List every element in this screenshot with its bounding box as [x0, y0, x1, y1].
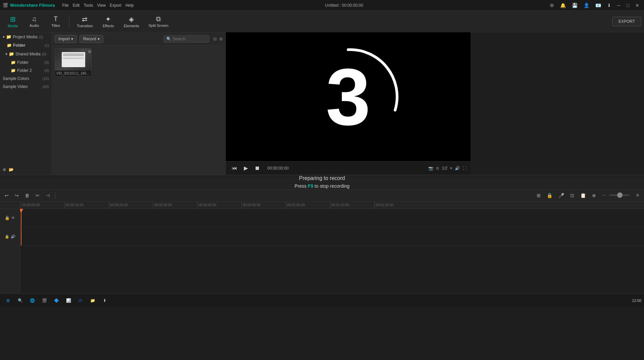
- timeline-btn-r1[interactable]: ⊞: [535, 192, 543, 199]
- sample-colors-item[interactable]: Sample Colors (15): [0, 75, 52, 83]
- redo-button[interactable]: ↪: [13, 192, 21, 199]
- effects-icon: ✦: [105, 15, 111, 23]
- taskbar: ⊞ 🔍 🌐 🎬 🔷 📊 W 📁 ⬇ 12:00: [0, 294, 644, 307]
- prev-frame-button[interactable]: ⏮: [230, 165, 239, 172]
- preview-time-display: 00:00:00:00: [267, 166, 288, 171]
- add-folder-icon[interactable]: ⊕: [3, 167, 6, 172]
- undo-button[interactable]: ↩: [3, 192, 11, 199]
- preview-controls: ⏮ ▶ ⏹ 00:00:00:00 📷 ⧉ 1/2 ▾ 🔊 ⛶: [226, 161, 471, 175]
- menu-export[interactable]: Export: [110, 3, 121, 8]
- play-button[interactable]: ▶: [242, 164, 250, 172]
- import-label: Import: [58, 37, 70, 41]
- media-panel: Import ▾ Record ▾ 🔍 ⊟ ⊞ ⊞: [52, 32, 226, 175]
- project-media-header[interactable]: ▾ 📁 Project Media (1): [0, 32, 52, 41]
- taskbar-app4[interactable]: W: [75, 295, 86, 306]
- stop-button[interactable]: ⏹: [253, 165, 262, 172]
- zoom-slider[interactable]: [609, 194, 629, 196]
- sample-colors-count: (15): [42, 77, 49, 81]
- delete-button[interactable]: 🗑: [23, 192, 32, 199]
- import-button[interactable]: Import ▾: [55, 35, 77, 43]
- taskbar-app2[interactable]: 🔷: [51, 295, 62, 306]
- taskbar-app5[interactable]: 📁: [87, 295, 98, 306]
- app2-icon: 🔷: [54, 298, 59, 303]
- taskbar-search[interactable]: 🔍: [15, 295, 25, 306]
- audio-icon: ♫: [32, 15, 37, 23]
- titles-icon: T: [54, 15, 58, 23]
- cut-button[interactable]: ✂: [34, 192, 42, 199]
- app3-icon: 📊: [66, 298, 71, 303]
- pip-icon[interactable]: ⧉: [436, 166, 439, 171]
- track-lock-icon[interactable]: 🔒: [5, 216, 10, 220]
- video-track-content: [20, 209, 644, 227]
- split-screen-label: Split Screen: [149, 24, 168, 28]
- zoom-slider-minus[interactable]: ─: [600, 192, 607, 199]
- menu-edit[interactable]: Edit: [73, 3, 80, 8]
- playhead-marker: [20, 209, 23, 213]
- track-volume-icon[interactable]: 🔊: [11, 234, 15, 239]
- timeline-btn-r5[interactable]: 📋: [578, 192, 588, 199]
- folder-item[interactable]: 📁 Folder (1): [0, 41, 52, 49]
- toolbar-effects[interactable]: ✦ Effects: [98, 13, 118, 30]
- timeline-ruler: 00:00:00:00 00:00:10:00 00:00:20:00 00:0…: [20, 201, 644, 209]
- sample-colors-label: Sample Colors: [3, 76, 29, 81]
- track-control-a1: 🔒 🔊: [0, 227, 20, 246]
- timeline-btn-r4[interactable]: ⊡: [568, 192, 576, 199]
- split-button[interactable]: ⊣: [44, 192, 52, 199]
- window-controls: ⚙ 🔔 💾 👤 📧 ⬇ ─ □ ✕: [548, 2, 641, 9]
- track-eye-icon[interactable]: 👁: [11, 216, 15, 220]
- sub-folder-2[interactable]: 📁 Folder 2 (0): [0, 66, 52, 75]
- toolbar-media[interactable]: ⊞ Media: [3, 13, 23, 30]
- grid-view-icon[interactable]: ⊞: [219, 37, 223, 41]
- system-icon-1: ⚙: [548, 2, 556, 9]
- new-folder-icon[interactable]: 📂: [9, 167, 14, 172]
- zoom-slider-plus[interactable]: ⊕: [634, 192, 641, 199]
- toolbar-split-screen[interactable]: ⧉ Split Screen: [145, 13, 172, 30]
- taskbar-browser[interactable]: 🌐: [27, 295, 38, 306]
- toolbar-elements[interactable]: ◈ Elements: [120, 13, 143, 30]
- windows-icon: ⊞: [6, 298, 10, 303]
- screenshot-icon[interactable]: 📷: [428, 166, 433, 171]
- project-media-label: Project Media: [13, 35, 37, 39]
- chevron-down-icon-2: ▾: [5, 52, 7, 56]
- fullscreen-icon[interactable]: ⛶: [463, 166, 467, 171]
- timeline-btn-r2[interactable]: 🔒: [545, 192, 554, 199]
- sub-folder-1[interactable]: 📁 Folder (0): [0, 58, 52, 66]
- menu-view[interactable]: View: [97, 3, 106, 8]
- timeline-btn-r3[interactable]: 🎤: [556, 192, 566, 199]
- countdown-number: 3: [326, 50, 370, 143]
- zoom-chevron-icon[interactable]: ▾: [450, 166, 452, 171]
- close-button[interactable]: ✕: [633, 2, 641, 9]
- start-button[interactable]: ⊞: [3, 295, 13, 306]
- timeline-toolbar-right: ⊞ 🔒 🎤 ⊡ 📋 ⊕ ─ ⊕: [535, 192, 641, 199]
- menu-file[interactable]: File: [62, 3, 68, 8]
- project-media-count: (1): [39, 35, 43, 39]
- shared-media-count: (0): [42, 52, 46, 56]
- split-screen-icon: ⧉: [156, 15, 161, 23]
- minimize-button[interactable]: ─: [615, 2, 623, 9]
- menu-tools[interactable]: Tools: [84, 3, 93, 8]
- toolbar-divider-1: [69, 15, 69, 28]
- sample-video-item[interactable]: Sample Video (20): [0, 83, 52, 91]
- record-button[interactable]: Record ▾: [79, 35, 103, 43]
- toolbar-audio[interactable]: ♫ Audio: [24, 13, 44, 30]
- maximize-button[interactable]: □: [625, 2, 631, 9]
- toolbar-titles[interactable]: T Titles: [46, 13, 66, 30]
- shared-media-label: Shared Media: [15, 52, 41, 56]
- media-thumbnail-0[interactable]: ⊞ VID_20210111_180053: [55, 48, 92, 77]
- taskbar-app1[interactable]: 🎬: [39, 295, 50, 306]
- timeline-btn-r6[interactable]: ⊕: [590, 192, 598, 199]
- preview-area: 3 ⏮ ▶ ⏹ 00:00:00:00 📷 ⧉ 1/2 ▾ 🔊 ⛶: [226, 32, 471, 175]
- track-lock-icon-2[interactable]: 🔒: [5, 234, 9, 239]
- search-box[interactable]: 🔍: [163, 35, 209, 43]
- toolbar-transition[interactable]: ⇄ Transition: [73, 13, 97, 30]
- menu-help[interactable]: Help: [125, 3, 134, 8]
- export-button[interactable]: EXPORT: [612, 17, 641, 26]
- audio-track: [20, 227, 644, 246]
- filter-icon[interactable]: ⊟: [213, 37, 217, 41]
- taskbar-app3[interactable]: 📊: [63, 295, 74, 306]
- titlebar: 🎬 Wondershare Filmora File Edit Tools Vi…: [0, 0, 644, 11]
- shared-media-header[interactable]: ▾ 📁 Shared Media (0): [0, 49, 52, 58]
- volume-icon[interactable]: 🔊: [455, 166, 460, 171]
- taskbar-app6[interactable]: ⬇: [99, 295, 110, 306]
- search-input[interactable]: [173, 37, 206, 41]
